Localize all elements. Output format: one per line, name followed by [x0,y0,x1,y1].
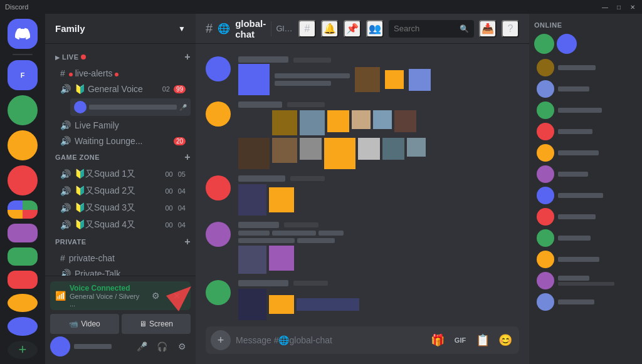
live-dot-icon [69,73,73,76]
mute-button[interactable]: 🎤 [133,338,150,355]
img-row-2 [272,138,426,169]
server-icon-family[interactable]: F [8,60,38,90]
server-icon-9[interactable] [8,294,38,312]
add-channel-private-button[interactable]: + [184,236,191,247]
voice-disconnect-button[interactable]: ✕ [168,287,186,304]
members-header: Online [529,19,642,31]
channel-live-alerts[interactable]: # live-alerts [50,66,191,81]
members-icon[interactable]: 👥 [366,20,384,38]
member-item-12[interactable] [534,292,637,312]
speaker-icon-squad1: 🔊 [60,169,71,179]
minimize-button[interactable]: — [601,4,609,11]
member-avatar-icon-8 [537,208,554,226]
channel-waiting-lounge[interactable]: 🔊 Waiting Lounge... 20 [50,133,191,148]
member-item-8[interactable] [534,207,637,227]
video-screen-buttons: 📹 Video 🖥 Screen [50,314,191,334]
member-item-5[interactable] [534,143,637,163]
channel-squad2[interactable]: 🔊 🔰又Squad 2又 00 04 [50,183,191,199]
server-list: F + [0,14,45,364]
channel-settings-icon[interactable]: # [298,20,316,38]
video-icon: 📹 [69,320,78,328]
username-blur-5 [238,280,288,286]
member-item-4[interactable] [534,122,637,142]
server-icon-8[interactable] [8,271,38,289]
msg-content-2 [238,101,519,169]
member-avatar-2[interactable] [557,34,577,54]
member-item-7[interactable] [534,185,637,205]
sticker-button[interactable]: 📋 [474,331,492,349]
member-item-3[interactable] [534,100,637,120]
server-icon-3[interactable] [8,130,38,160]
tb5 [297,238,335,243]
message-actions: 🎁 GIF 📋 😊 [429,331,514,349]
right-sidebar: Online [529,14,642,364]
server-icon-10[interactable] [8,317,38,335]
voice-settings-button[interactable]: ⚙ [147,287,164,304]
msg-avatar-5 [206,280,231,305]
channel-private-chat[interactable]: # private-chat [50,251,191,266]
category-game-zone[interactable]: GAME ZONE + [45,149,196,165]
deafen-button[interactable]: 🎧 [153,338,171,355]
help-icon[interactable]: ? [502,20,519,38]
category-game-zone-label: GAME ZONE [55,153,100,161]
member-item-6[interactable] [534,164,637,184]
channel-live-family[interactable]: 🔊 Live Family [50,118,191,133]
server-icon-5[interactable] [8,200,38,219]
channel-squad4[interactable]: 🔊 🔰又Squad 4又 00 04 [50,217,191,233]
server-icon-2[interactable] [8,95,38,125]
member-item-1[interactable] [534,58,637,78]
server-icon-4[interactable] [8,165,38,195]
member-item-9[interactable] [534,228,637,248]
user-avatar [50,336,70,356]
message-input-area: + 🎁 GIF 📋 😊 [196,326,529,364]
voice-user-name-blur [89,105,177,110]
category-private[interactable]: PRIVATE + [45,234,196,250]
gif-button[interactable]: GIF [451,331,469,349]
maximize-button[interactable]: □ [614,4,623,11]
server-header[interactable]: Family ▼ [45,14,196,44]
category-live-label: ▶ LIVE [55,53,86,61]
pin-icon[interactable]: 📌 [344,20,361,38]
msg-text-blocks [275,73,350,86]
server-icon-6[interactable] [8,224,38,242]
user-controls: 🎤 🎧 ⚙ [133,338,191,355]
server-icon-7[interactable] [8,247,38,266]
member-item-11[interactable] [534,271,637,291]
add-channel-live-button[interactable]: + [184,51,191,63]
voice-user-item: 🎤 [70,98,191,116]
video-button[interactable]: 📹 Video [50,314,119,334]
user-settings-button[interactable]: ⚙ [173,338,191,355]
timestamp-blur-3 [290,176,325,181]
channel-squad3[interactable]: 🔊 🔰又Squad 3又 00 04 [50,200,191,216]
member-avatars-grid [529,31,642,56]
member-avatar-icon-2 [537,80,554,98]
speaker-icon-private-talk: 🔊 [60,269,71,276]
header-icons: # 🔔 📌 👥 🔍 📥 ? [298,20,519,38]
msg-content-5 [238,280,519,320]
close-button[interactable]: ✕ [628,4,637,11]
channel-squad1[interactable]: 🔊 🔰又Squad 1又 00 05 [50,166,191,182]
add-server-button[interactable]: + [8,341,38,359]
inbox-icon[interactable]: 📥 [479,20,497,38]
member-avatar-1[interactable] [534,34,554,54]
gift-button[interactable]: 🎁 [429,331,446,349]
username-blur [74,344,112,349]
channel-private-talk[interactable]: 🔊 Private-Talk [50,266,191,276]
message-input[interactable] [236,335,424,345]
timestamp-blur-2 [287,102,325,107]
username-blur [238,56,288,63]
tb2 [272,231,316,236]
screen-share-button[interactable]: 🖥 Screen [122,314,191,334]
channel-general-voice[interactable]: 🔊 🔰 General Voice 02 99 [50,81,191,96]
member-item-2[interactable] [534,79,637,99]
bell-icon[interactable]: 🔔 [321,20,339,38]
add-file-button[interactable]: + [211,330,231,350]
discord-home-button[interactable] [8,19,38,49]
speaker-icon-waiting: 🔊 [60,136,71,146]
voice-user-avatar [74,101,87,113]
add-channel-gamezone-button[interactable]: + [184,152,191,163]
ib1 [272,110,297,135]
emoji-button[interactable]: 😊 [497,331,514,349]
member-item-10[interactable] [534,249,637,269]
category-live[interactable]: ▶ LIVE + [45,49,196,65]
